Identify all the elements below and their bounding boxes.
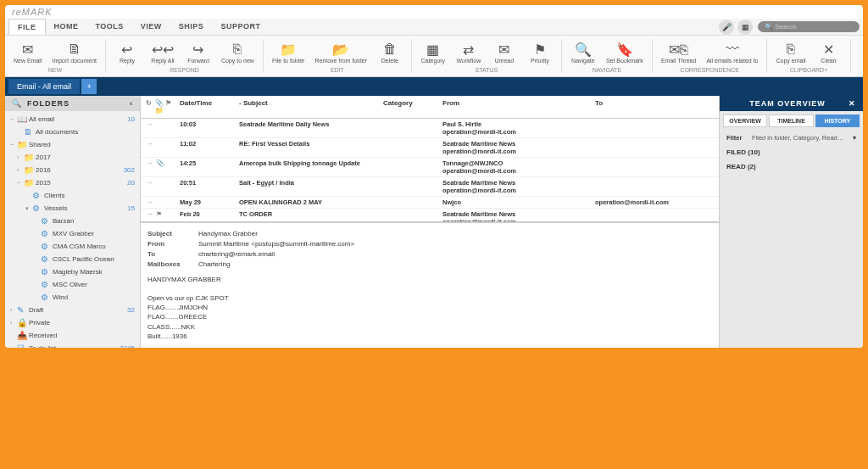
grid-icon[interactable]: ▦	[737, 20, 753, 35]
col-from[interactable]: From	[442, 99, 595, 114]
rp-item[interactable]: READ (2)	[720, 159, 863, 174]
toolbar-copy-to-new[interactable]: ⎘Copy to new	[216, 39, 259, 65]
toolbar-navigate[interactable]: 🔍Navigate	[565, 39, 601, 65]
email-row[interactable]: →11:02RE: First Vessel DetailsSeatrade M…	[141, 138, 719, 158]
toolbar-copy-email[interactable]: ⎘Copy email	[771, 39, 810, 65]
toolbar-workflow[interactable]: ⇄Workflow	[451, 39, 487, 65]
menu-ships[interactable]: SHIPS	[170, 19, 213, 35]
preview-pane: SubjectHandymax Grabber FromSummit Marit…	[141, 221, 719, 348]
preview-body: HANDYMAX GRABBER Open vs our cp CJK SPOT…	[147, 275, 712, 341]
folder-wind[interactable]: ⚙Wind	[5, 291, 140, 304]
chevron-left-icon[interactable]: ‹	[130, 99, 133, 108]
rp-tab-timeline[interactable]: TIMELINE	[769, 114, 813, 127]
folder-shared[interactable]: −📁Shared	[5, 138, 140, 151]
team-overview-panel: TEAM OVERVIEW✕ OVERVIEWTIMELINEHISTORY F…	[719, 96, 863, 348]
mic-icon[interactable]: 🎤	[719, 20, 734, 35]
search-input[interactable]: 🔍 Search	[758, 21, 860, 32]
folder-msc-oliver[interactable]: ⚙MSC Oliver	[5, 278, 140, 291]
rp-tab-history[interactable]: HISTORY	[815, 114, 860, 127]
toolbar-delete[interactable]: 🗑Delete	[372, 39, 408, 65]
email-row[interactable]: →📎14:25Ameropa bulk Shipping tonnage Upd…	[141, 158, 719, 177]
toolbar-all-emails-related-to[interactable]: 〰All emails related to	[701, 39, 763, 65]
search-icon[interactable]: 🔍	[12, 99, 22, 108]
refresh-icon[interactable]: ↻	[146, 99, 152, 114]
folder-barzan[interactable]: ⚙Barzan	[5, 215, 140, 227]
email-list-panel: ↻ 📎 ⚑ 📁 Date/Time - Subject Category Fro…	[141, 96, 719, 348]
rp-tab-overview[interactable]: OVERVIEW	[723, 114, 767, 127]
menu-support[interactable]: SUPPORT	[212, 19, 269, 35]
toolbar-priority[interactable]: ⚑Priority	[522, 39, 558, 65]
menu-view[interactable]: VIEW	[132, 19, 170, 35]
toolbar-unread[interactable]: ✉Unread	[487, 39, 522, 65]
menu-file[interactable]: FILE	[8, 19, 46, 35]
toolbar-file-to-folder[interactable]: 📁File to folder	[267, 39, 310, 65]
email-row[interactable]: →10:03Seatrade Maritime Daily NewsPaul S…	[141, 119, 719, 138]
email-row[interactable]: →May 29OPEN KALINNGRAD 2 MAYNwjco operat…	[141, 197, 719, 209]
filter-value[interactable]: Filed in folder, Category, Read…	[752, 134, 853, 142]
folder-all-documents[interactable]: 🗎All documents	[5, 126, 140, 138]
grid-header: ↻ 📎 ⚑ 📁 Date/Time - Subject Category Fro…	[141, 96, 719, 119]
folder-mxv-grabber[interactable]: ⚙MXV Grabber	[5, 227, 140, 240]
menu-home[interactable]: HOME	[46, 19, 87, 35]
close-icon[interactable]: ✕	[849, 99, 856, 108]
email-row[interactable]: →20:51Salt - Egypt / IndiaSeatrade Marit…	[141, 177, 719, 197]
toolbar-new-email[interactable]: ✉New Email	[8, 39, 47, 65]
folder-draft[interactable]: ›✎Draft32	[5, 304, 140, 316]
toolbar-set-bookmark[interactable]: 🔖Set Bookmark	[601, 39, 648, 65]
folder-received[interactable]: 📥Received	[5, 329, 140, 342]
email-row[interactable]: →⚑Feb 20TC ORDERSeatrade Maritime News o…	[141, 209, 719, 221]
folder-cscl-pacific-ocean[interactable]: ⚙CSCL Pacific Ocean	[5, 253, 140, 265]
toolbar-reply[interactable]: ↩Reply	[109, 39, 145, 65]
toolbar-forward[interactable]: ↪Forward	[181, 39, 216, 65]
filter-label: Filter	[726, 134, 752, 142]
folder-2016[interactable]: ›📁2016302	[5, 164, 140, 176]
folder-cma-cgm-marco[interactable]: ⚙CMA CGM Marco	[5, 240, 140, 253]
folder-to-do-list[interactable]: ☑To-do list2245	[5, 342, 140, 348]
folder-all-email[interactable]: −📖All email10	[5, 113, 140, 126]
folder-2017[interactable]: ›📁2017	[5, 151, 140, 164]
toolbar-category[interactable]: ▦Category	[415, 39, 451, 65]
menu-tools[interactable]: TOOLS	[87, 19, 132, 35]
folder-2015[interactable]: −📁201520	[5, 176, 140, 189]
folder-private[interactable]: ›🔒Private	[5, 316, 140, 329]
toolbar-email-thread[interactable]: ✉⎘Email Thread	[656, 39, 702, 65]
toolbar-import-document[interactable]: 🗎Import document	[47, 39, 102, 65]
toolbar-clean[interactable]: ✕Clean	[811, 39, 847, 65]
tab-add[interactable]: +	[81, 79, 97, 94]
col-category[interactable]: Category	[383, 99, 442, 114]
toolbar-reply-all[interactable]: ↩↩Reply All	[145, 39, 181, 65]
col-date[interactable]: Date/Time	[180, 99, 239, 114]
tab-email[interactable]: Email - All email	[8, 79, 80, 94]
tab-bar: Email - All email +	[5, 77, 863, 96]
ribbon-toolbar: ✉New Email🗎Import documentNEW↩Reply↩↩Rep…	[5, 36, 863, 77]
brand-logo: reMARK	[5, 5, 863, 19]
folders-header: 🔍 FOLDERS ‹	[5, 96, 140, 111]
folder-clients[interactable]: ⚙Clients	[5, 189, 140, 202]
rp-item[interactable]: FILED (10)	[720, 145, 863, 159]
toolbar-remove-from-folder[interactable]: 📂Remove from folder	[309, 39, 371, 65]
folder-vessels[interactable]: ▾⚙Vessels15	[5, 202, 140, 215]
folders-sidebar: 🔍 FOLDERS ‹ −📖All email10🗎All documents−…	[5, 96, 141, 348]
menu-bar: FILEHOMETOOLSVIEWSHIPSSUPPORT 🎤 ▦ 🔍 Sear…	[5, 19, 863, 36]
folder-magleby-maersk[interactable]: ⚙Magleby Maersk	[5, 265, 140, 278]
col-subject[interactable]: - Subject	[239, 99, 383, 114]
col-to[interactable]: To	[595, 99, 714, 114]
chevron-down-icon[interactable]: ▾	[853, 134, 856, 142]
